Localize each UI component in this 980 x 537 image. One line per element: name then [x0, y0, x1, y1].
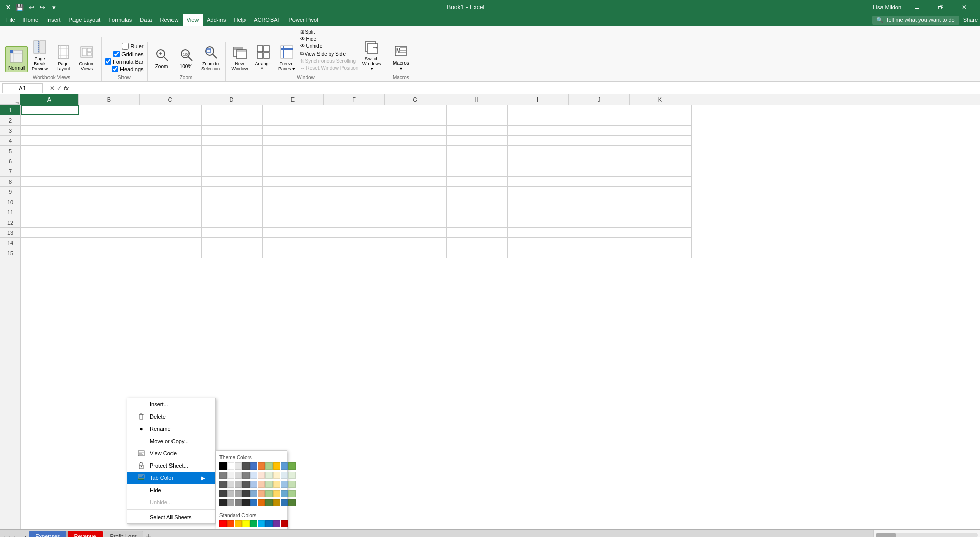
cell-G10[interactable] — [385, 197, 447, 207]
color-swatch[interactable] — [219, 462, 227, 470]
cell-F8[interactable] — [324, 177, 385, 187]
cell-I5[interactable] — [508, 146, 569, 156]
split-button[interactable]: ⊞ Split — [299, 29, 360, 35]
color-swatch[interactable] — [250, 472, 257, 479]
cell-D3[interactable] — [202, 126, 263, 136]
page-layout-button[interactable]: PageLayout — [52, 43, 75, 72]
cell-A7[interactable] — [21, 166, 79, 177]
standard-color-swatch[interactable] — [273, 520, 280, 527]
ctx-move-copy[interactable]: Move or Copy... — [127, 435, 215, 447]
ctx-protect-sheet[interactable]: Protect Sheet... — [127, 459, 215, 472]
cell-B7[interactable] — [79, 166, 140, 177]
color-swatch[interactable] — [219, 490, 227, 497]
col-header-d[interactable]: D — [201, 94, 262, 105]
color-swatch[interactable] — [281, 490, 288, 497]
cell-J9[interactable] — [569, 187, 630, 197]
name-box[interactable]: A1 — [2, 83, 43, 93]
col-header-b[interactable]: B — [79, 94, 140, 105]
cell-C15[interactable] — [140, 248, 202, 258]
cell-K10[interactable] — [630, 197, 692, 207]
undo-button[interactable]: ↩ — [27, 3, 36, 12]
cell-K6[interactable] — [630, 156, 692, 166]
menu-formulas[interactable]: Formulas — [104, 14, 136, 26]
row-header-2[interactable]: 2 — [0, 115, 20, 126]
cell-A13[interactable] — [21, 228, 79, 238]
cell-E2[interactable] — [263, 115, 324, 126]
cell-D2[interactable] — [202, 115, 263, 126]
cell-D9[interactable] — [202, 187, 263, 197]
menu-page-layout[interactable]: Page Layout — [65, 14, 105, 26]
row-header-6[interactable]: 6 — [0, 156, 20, 166]
menu-view[interactable]: View — [183, 14, 203, 26]
cell-J8[interactable] — [569, 177, 630, 187]
standard-color-swatch[interactable] — [250, 520, 257, 527]
cell-I13[interactable] — [508, 228, 569, 238]
cell-B4[interactable] — [79, 136, 140, 146]
zoom-100-button[interactable]: 100 100% — [175, 45, 198, 70]
cell-D8[interactable] — [202, 177, 263, 187]
cell-H8[interactable] — [447, 177, 508, 187]
sheet-tab-revenue[interactable]: Revenue — [67, 531, 103, 537]
h-scroll-track[interactable] — [876, 533, 978, 538]
ctx-select-all-sheets[interactable]: Select All Sheets — [127, 511, 215, 523]
cell-C11[interactable] — [140, 207, 202, 217]
cell-I12[interactable] — [508, 217, 569, 228]
row-header-13[interactable]: 13 — [0, 228, 20, 238]
cell-E4[interactable] — [263, 136, 324, 146]
cell-A14[interactable] — [21, 238, 79, 248]
cell-B15[interactable] — [79, 248, 140, 258]
color-swatch[interactable] — [265, 462, 273, 470]
cell-D14[interactable] — [202, 238, 263, 248]
color-swatch[interactable] — [227, 472, 234, 479]
cell-J6[interactable] — [569, 156, 630, 166]
cell-C9[interactable] — [140, 187, 202, 197]
cell-F10[interactable] — [324, 197, 385, 207]
h-scrollbar[interactable] — [873, 530, 980, 537]
save-button[interactable]: 💾 — [15, 3, 24, 12]
cell-D12[interactable] — [202, 217, 263, 228]
cell-G7[interactable] — [385, 166, 447, 177]
cell-I14[interactable] — [508, 238, 569, 248]
cell-A12[interactable] — [21, 217, 79, 228]
close-button[interactable]: ✕ — [952, 0, 976, 14]
insert-function-button[interactable]: fx — [64, 85, 69, 91]
color-swatch[interactable] — [242, 481, 250, 488]
ruler-checkbox-label[interactable]: Ruler — [122, 43, 143, 50]
cell-G6[interactable] — [385, 156, 447, 166]
col-header-e[interactable]: E — [262, 94, 324, 105]
color-swatch[interactable] — [265, 499, 273, 506]
color-swatch[interactable] — [281, 499, 288, 506]
cell-K14[interactable] — [630, 238, 692, 248]
ctx-tab-color[interactable]: Tab Color ▶ — [127, 472, 215, 484]
cell-K4[interactable] — [630, 136, 692, 146]
color-swatch[interactable] — [219, 499, 227, 506]
cell-C6[interactable] — [140, 156, 202, 166]
cell-A10[interactable] — [21, 197, 79, 207]
formula-bar-checkbox[interactable] — [105, 58, 111, 65]
cell-H12[interactable] — [447, 217, 508, 228]
gridlines-checkbox[interactable] — [113, 51, 120, 57]
cell-A1[interactable] — [21, 105, 79, 115]
color-swatch[interactable] — [258, 472, 265, 479]
cell-G11[interactable] — [385, 207, 447, 217]
row-header-11[interactable]: 11 — [0, 207, 20, 217]
color-swatch[interactable] — [273, 499, 280, 506]
color-swatch[interactable] — [250, 462, 257, 470]
cell-K3[interactable] — [630, 126, 692, 136]
color-swatch[interactable] — [258, 462, 265, 470]
cell-E10[interactable] — [263, 197, 324, 207]
color-swatch[interactable] — [242, 472, 250, 479]
cell-G5[interactable] — [385, 146, 447, 156]
cell-J1[interactable] — [569, 105, 630, 115]
sheet-tab-profit-loss[interactable]: Profit-Loss — [104, 531, 144, 537]
standard-color-swatch[interactable] — [265, 520, 273, 527]
color-swatch[interactable] — [227, 462, 234, 470]
menu-file[interactable]: File — [2, 14, 19, 26]
color-swatch[interactable] — [273, 490, 280, 497]
color-swatch[interactable] — [235, 481, 242, 488]
ctx-unhide[interactable]: Unhide... — [127, 496, 215, 508]
row-header-14[interactable]: 14 — [0, 238, 20, 248]
zoom-selection-button[interactable]: Zoom toSelection — [200, 43, 222, 72]
cell-G12[interactable] — [385, 217, 447, 228]
headings-checkbox[interactable] — [112, 66, 118, 72]
